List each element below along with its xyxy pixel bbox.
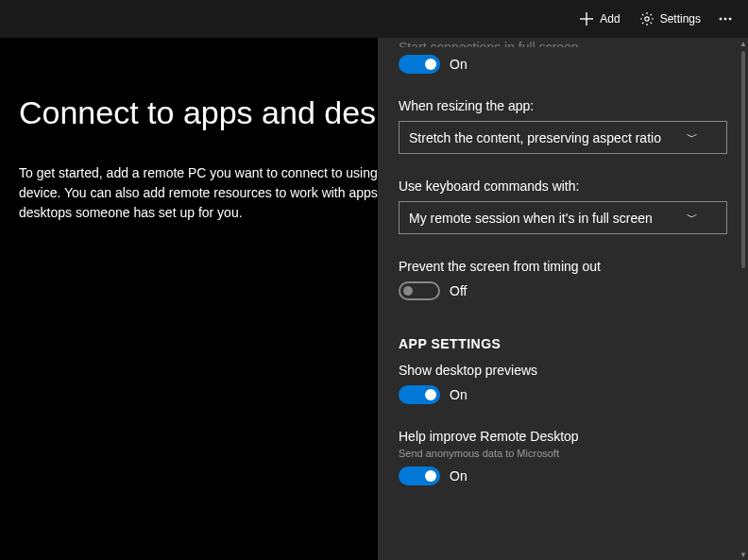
settings-button[interactable]: Settings [630, 6, 710, 32]
keyboard-label: Use keyboard commands with: [399, 178, 727, 194]
previews-toggle[interactable] [399, 385, 440, 404]
app-settings-header: APP SETTINGS [399, 336, 727, 351]
svg-point-3 [720, 18, 722, 20]
fullscreen-toggle-row: On [399, 55, 727, 74]
previews-toggle-row: On [399, 385, 727, 404]
improve-label: Help improve Remote Desktop [399, 429, 727, 444]
improve-toggle-row: On [399, 467, 727, 485]
resize-value: Stretch the content, preserving aspect r… [409, 130, 661, 145]
scroll-down-icon[interactable]: ▼ [739, 549, 748, 560]
resize-block: When resizing the app: Stretch the conte… [399, 98, 727, 154]
add-label: Add [600, 12, 620, 25]
scroll-thumb[interactable] [741, 51, 745, 268]
svg-point-2 [644, 17, 648, 21]
timeout-toggle-state: Off [450, 283, 467, 298]
scroll-up-icon[interactable]: ▲ [739, 38, 748, 49]
timeout-label: Prevent the screen from timing out [399, 259, 727, 274]
timeout-block: Prevent the screen from timing out Off [399, 259, 727, 300]
panel-scrollbar[interactable]: ▲ ▼ [739, 38, 748, 560]
gear-icon [639, 11, 654, 26]
svg-point-4 [724, 18, 726, 20]
chevron-down-icon: ﹀ [687, 210, 698, 226]
titlebar: Add Settings [0, 0, 748, 38]
timeout-toggle-row: Off [399, 281, 727, 300]
svg-point-5 [729, 18, 731, 20]
resize-dropdown[interactable]: Stretch the content, preserving aspect r… [399, 121, 727, 154]
settings-label: Settings [660, 12, 701, 25]
previews-label: Show desktop previews [399, 363, 727, 378]
previews-block: Show desktop previews On [399, 363, 727, 404]
improve-block: Help improve Remote Desktop Send anonymo… [399, 429, 727, 485]
resize-label: When resizing the app: [399, 98, 727, 113]
keyboard-value: My remote session when it's in full scre… [409, 211, 653, 226]
add-button[interactable]: Add [570, 6, 629, 32]
keyboard-block: Use keyboard commands with: My remote se… [399, 178, 727, 234]
improve-toggle[interactable] [399, 467, 440, 485]
previews-toggle-state: On [450, 387, 468, 402]
plus-icon [579, 11, 594, 26]
chevron-down-icon: ﹀ [687, 129, 698, 145]
fullscreen-toggle[interactable] [399, 55, 440, 74]
settings-panel: Start connections in full screen On When… [378, 38, 748, 560]
ellipsis-icon [718, 11, 733, 26]
improve-sublabel: Send anonymous data to Microsoft [399, 448, 727, 459]
cutoff-label: Start connections in full screen [399, 40, 727, 47]
timeout-toggle[interactable] [399, 281, 440, 300]
improve-toggle-state: On [450, 468, 468, 484]
fullscreen-toggle-state: On [450, 57, 468, 72]
page-body: To get started, add a remote PC you want… [19, 163, 416, 223]
keyboard-dropdown[interactable]: My remote session when it's in full scre… [399, 201, 727, 234]
more-button[interactable] [710, 6, 740, 32]
